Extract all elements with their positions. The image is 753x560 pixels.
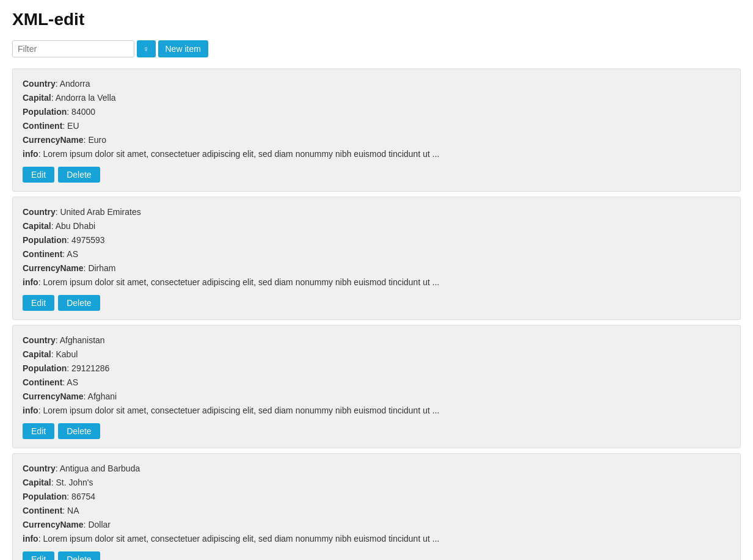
field-label: Capital <box>23 221 51 231</box>
edit-button[interactable]: Edit <box>23 551 54 560</box>
field-row: CurrencyName: Euro <box>23 134 730 147</box>
field-row: info: Lorem ipsum dolor sit amet, consec… <box>23 404 730 417</box>
field-label: Country <box>23 335 56 345</box>
card-actions: EditDelete <box>23 423 730 439</box>
field-value: : United Arab Emirates <box>56 207 141 217</box>
field-row: CurrencyName: Afghani <box>23 390 730 403</box>
field-row: Capital: Andorra la Vella <box>23 92 730 104</box>
field-value: : Afghanistan <box>56 335 105 345</box>
field-label: Population <box>23 107 67 117</box>
field-value: : 29121286 <box>67 363 109 373</box>
delete-button[interactable]: Delete <box>58 551 100 560</box>
item-card: Country: AndorraCapital: Andorra la Vell… <box>12 68 741 192</box>
item-card: Country: AfghanistanCapital: KabulPopula… <box>12 325 741 448</box>
filter-input[interactable] <box>12 40 134 57</box>
field-value: : 84000 <box>67 107 95 117</box>
field-label: Capital <box>23 349 51 359</box>
field-value: : Lorem ipsum dolor sit amet, consectetu… <box>38 277 440 287</box>
field-value: : Lorem ipsum dolor sit amet, consectetu… <box>38 534 440 544</box>
field-row: Capital: Abu Dhabi <box>23 220 730 233</box>
field-label: info <box>23 149 38 159</box>
field-label: info <box>23 405 38 415</box>
card-actions: EditDelete <box>23 167 730 183</box>
field-row: Capital: St. John's <box>23 476 730 489</box>
field-row: Continent: AS <box>23 376 730 389</box>
field-row: info: Lorem ipsum dolor sit amet, consec… <box>23 148 730 161</box>
field-label: Country <box>23 464 56 473</box>
field-label: Capital <box>23 93 51 103</box>
field-row: CurrencyName: Dirham <box>23 262 730 275</box>
edit-button[interactable]: Edit <box>23 423 54 439</box>
field-row: Capital: Kabul <box>23 348 730 361</box>
field-row: Country: United Arab Emirates <box>23 206 730 219</box>
field-value: : St. John's <box>51 478 93 487</box>
delete-button[interactable]: Delete <box>58 167 100 183</box>
field-label: Population <box>23 492 67 501</box>
field-row: Population: 86754 <box>23 490 730 503</box>
field-value: : Dollar <box>84 520 111 529</box>
field-label: Continent <box>23 377 62 387</box>
edit-button[interactable]: Edit <box>23 167 54 183</box>
field-label: info <box>23 534 38 544</box>
field-row: Country: Andorra <box>23 78 730 90</box>
field-label: Country <box>23 207 56 217</box>
field-label: Capital <box>23 478 51 487</box>
field-row: info: Lorem ipsum dolor sit amet, consec… <box>23 276 730 289</box>
delete-button[interactable]: Delete <box>58 423 100 439</box>
field-label: Population <box>23 235 67 245</box>
field-value: : Lorem ipsum dolor sit amet, consectetu… <box>38 405 440 415</box>
field-row: Population: 84000 <box>23 106 730 118</box>
field-label: Country <box>23 79 56 89</box>
edit-button[interactable]: Edit <box>23 295 54 311</box>
field-row: Continent: AS <box>23 248 730 261</box>
new-item-button[interactable]: New item <box>158 40 208 57</box>
delete-button[interactable]: Delete <box>58 295 100 311</box>
items-container: Country: AndorraCapital: Andorra la Vell… <box>12 68 741 560</box>
field-value: : 4975593 <box>67 235 104 245</box>
field-value: : Dirham <box>84 263 116 273</box>
field-value: : Antigua and Barbuda <box>56 464 140 473</box>
field-row: CurrencyName: Dollar <box>23 518 730 531</box>
field-label: Continent <box>23 121 62 131</box>
field-value: : Andorra la Vella <box>51 93 116 103</box>
field-value: : Kabul <box>51 349 78 359</box>
field-value: : 86754 <box>67 492 95 501</box>
field-row: Continent: EU <box>23 120 730 133</box>
field-value: : EU <box>62 121 79 131</box>
field-row: Population: 4975593 <box>23 234 730 247</box>
field-label: CurrencyName <box>23 135 84 145</box>
page-title: XML-edit <box>12 10 741 29</box>
field-label: info <box>23 277 38 287</box>
field-label: Population <box>23 363 67 373</box>
field-value: : Abu Dhabi <box>51 221 95 231</box>
field-row: info: Lorem ipsum dolor sit amet, consec… <box>23 533 730 545</box>
field-value: : AS <box>62 249 78 259</box>
item-card: Country: United Arab EmiratesCapital: Ab… <box>12 197 741 320</box>
field-label: Continent <box>23 506 62 515</box>
field-label: CurrencyName <box>23 391 84 401</box>
field-label: CurrencyName <box>23 520 84 529</box>
card-actions: EditDelete <box>23 551 730 560</box>
filter-button[interactable]: ♀ <box>137 40 156 57</box>
field-label: Continent <box>23 249 62 259</box>
toolbar: ♀ New item <box>12 40 741 57</box>
field-value: : Lorem ipsum dolor sit amet, consectetu… <box>38 149 440 159</box>
field-row: Population: 29121286 <box>23 362 730 375</box>
field-value: : AS <box>62 377 78 387</box>
field-value: : Andorra <box>56 79 90 89</box>
field-value: : Afghani <box>84 391 117 401</box>
field-row: Continent: NA <box>23 504 730 517</box>
card-actions: EditDelete <box>23 295 730 311</box>
item-card: Country: Antigua and BarbudaCapital: St.… <box>12 453 741 560</box>
field-row: Country: Afghanistan <box>23 334 730 347</box>
field-row: Country: Antigua and Barbuda <box>23 462 730 475</box>
field-value: : Euro <box>84 135 106 145</box>
field-value: : NA <box>62 506 79 515</box>
field-label: CurrencyName <box>23 263 84 273</box>
